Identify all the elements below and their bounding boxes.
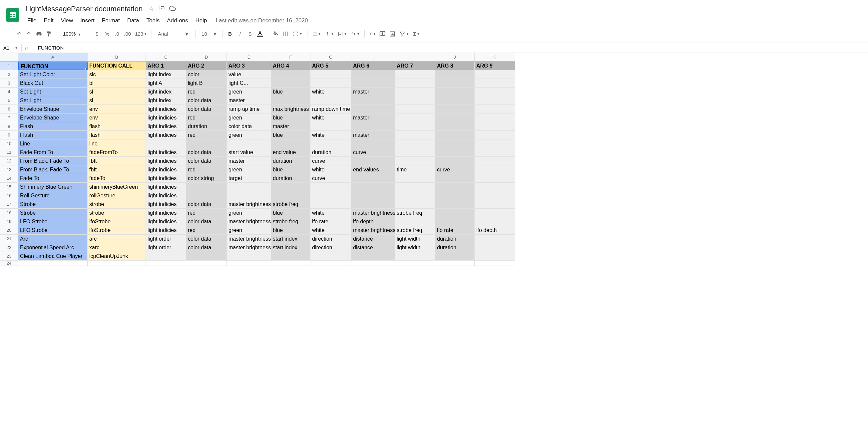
menu-addons[interactable]: Add-ons bbox=[163, 16, 191, 25]
cell-D3[interactable]: light B bbox=[186, 79, 227, 88]
star-icon[interactable]: ☆ bbox=[149, 5, 154, 13]
cell-H9[interactable]: master bbox=[351, 131, 395, 139]
cell-H11[interactable]: curve bbox=[351, 148, 395, 157]
column-header-C[interactable]: C bbox=[146, 53, 186, 62]
cell-G19[interactable]: lfo rate bbox=[310, 217, 351, 226]
cell-B14[interactable]: fadeTo bbox=[88, 174, 146, 183]
cell-I12[interactable] bbox=[395, 157, 435, 165]
fill-color-button[interactable] bbox=[272, 29, 280, 39]
cell-H23[interactable] bbox=[351, 252, 395, 261]
cell-A22[interactable]: Exponential Speed Arc bbox=[18, 243, 88, 252]
column-header-E[interactable]: E bbox=[227, 53, 271, 62]
cell-F14[interactable]: duration bbox=[271, 174, 310, 183]
cell-F4[interactable]: blue bbox=[271, 88, 310, 96]
cell-C10[interactable] bbox=[146, 139, 186, 148]
cell-H7[interactable]: master bbox=[351, 113, 395, 122]
cell-I15[interactable] bbox=[395, 183, 435, 191]
row-header-10[interactable]: 10 bbox=[0, 139, 18, 148]
cell-F19[interactable]: strobe freq bbox=[271, 217, 310, 226]
cell-A12[interactable]: From Black, Fade To bbox=[18, 157, 88, 165]
cell-A23[interactable]: Clean Lambda Cue Player bbox=[18, 252, 88, 261]
cell-I13[interactable]: time bbox=[395, 165, 435, 174]
cell-J19[interactable] bbox=[435, 217, 475, 226]
strikethrough-button[interactable]: S bbox=[246, 29, 254, 39]
cell-D1[interactable]: ARG 2 bbox=[186, 62, 227, 70]
text-color-button[interactable]: A bbox=[256, 29, 265, 39]
cell-G10[interactable] bbox=[310, 139, 351, 148]
cell-F6[interactable]: max brightness bbox=[271, 105, 310, 113]
cell-E23[interactable] bbox=[227, 252, 271, 261]
cell-K16[interactable] bbox=[475, 191, 515, 200]
cell-I5[interactable] bbox=[395, 96, 435, 105]
column-header-I[interactable]: I bbox=[395, 53, 435, 62]
cell-I19[interactable] bbox=[395, 217, 435, 226]
cell-F13[interactable]: blue bbox=[271, 165, 310, 174]
cell-F18[interactable]: blue bbox=[271, 209, 310, 217]
cell-G23[interactable] bbox=[310, 252, 351, 261]
cell-E3[interactable]: light C... bbox=[227, 79, 271, 88]
cell-H8[interactable] bbox=[351, 122, 395, 131]
cell-E5[interactable]: master bbox=[227, 96, 271, 105]
cell-I8[interactable] bbox=[395, 122, 435, 131]
cell-J8[interactable] bbox=[435, 122, 475, 131]
format-percent-button[interactable]: % bbox=[102, 29, 111, 39]
cell-F7[interactable]: blue bbox=[271, 113, 310, 122]
cell-I23[interactable] bbox=[395, 252, 435, 261]
cell-B15[interactable]: shimmeryBlueGreen bbox=[88, 183, 146, 191]
cell-B4[interactable]: sl bbox=[88, 88, 146, 96]
cell-I10[interactable] bbox=[395, 139, 435, 148]
cell-D18[interactable]: red bbox=[186, 209, 227, 217]
cell-F12[interactable]: duration bbox=[271, 157, 310, 165]
cell-B5[interactable]: sl bbox=[88, 96, 146, 105]
cell-G6[interactable]: ramp down time bbox=[310, 105, 351, 113]
cell-G8[interactable] bbox=[310, 122, 351, 131]
cell-K10[interactable] bbox=[475, 139, 515, 148]
cell-A1[interactable]: FUNCTION bbox=[18, 62, 88, 70]
text-wrap-button[interactable]: ▼ bbox=[336, 29, 348, 39]
cell-K12[interactable] bbox=[475, 157, 515, 165]
cell-G3[interactable] bbox=[310, 79, 351, 88]
cell-E20[interactable]: green bbox=[227, 226, 271, 235]
row-header-19[interactable]: 19 bbox=[0, 217, 18, 226]
cell-J18[interactable] bbox=[435, 209, 475, 217]
cell-J21[interactable]: duration bbox=[435, 235, 475, 243]
cell-C5[interactable]: light index bbox=[146, 96, 186, 105]
cell-H12[interactable] bbox=[351, 157, 395, 165]
cell-K7[interactable] bbox=[475, 113, 515, 122]
cell-H4[interactable]: master bbox=[351, 88, 395, 96]
cell-F24[interactable] bbox=[271, 261, 310, 266]
cell-D14[interactable]: color string bbox=[186, 174, 227, 183]
functions-button[interactable]: Σ▼ bbox=[412, 29, 421, 39]
cell-D21[interactable]: color data bbox=[186, 235, 227, 243]
cell-A2[interactable]: Set Light Color bbox=[18, 70, 88, 79]
cell-E2[interactable]: value bbox=[227, 70, 271, 79]
cell-B2[interactable]: slc bbox=[88, 70, 146, 79]
cell-G5[interactable] bbox=[310, 96, 351, 105]
cell-D15[interactable] bbox=[186, 183, 227, 191]
cell-K23[interactable] bbox=[475, 252, 515, 261]
cell-J5[interactable] bbox=[435, 96, 475, 105]
cell-D4[interactable]: red bbox=[186, 88, 227, 96]
cell-J3[interactable] bbox=[435, 79, 475, 88]
row-header-22[interactable]: 22 bbox=[0, 243, 18, 252]
row-header-23[interactable]: 23 bbox=[0, 252, 18, 261]
row-header-20[interactable]: 20 bbox=[0, 226, 18, 235]
cell-K2[interactable] bbox=[475, 70, 515, 79]
row-header-14[interactable]: 14 bbox=[0, 174, 18, 183]
cell-E11[interactable]: start value bbox=[227, 148, 271, 157]
insert-comment-button[interactable] bbox=[378, 29, 387, 39]
cell-I6[interactable] bbox=[395, 105, 435, 113]
cell-I3[interactable] bbox=[395, 79, 435, 88]
cell-G4[interactable]: white bbox=[310, 88, 351, 96]
cell-H6[interactable] bbox=[351, 105, 395, 113]
cell-J17[interactable] bbox=[435, 200, 475, 209]
cell-J6[interactable] bbox=[435, 105, 475, 113]
row-header-24[interactable]: 24 bbox=[0, 261, 18, 266]
cell-D23[interactable] bbox=[186, 252, 227, 261]
cell-B8[interactable]: flash bbox=[88, 122, 146, 131]
cell-J14[interactable] bbox=[435, 174, 475, 183]
cell-B11[interactable]: fadeFromTo bbox=[88, 148, 146, 157]
cell-G24[interactable] bbox=[310, 261, 351, 266]
cell-B18[interactable]: strobe bbox=[88, 209, 146, 217]
cell-C19[interactable]: light indicies bbox=[146, 217, 186, 226]
